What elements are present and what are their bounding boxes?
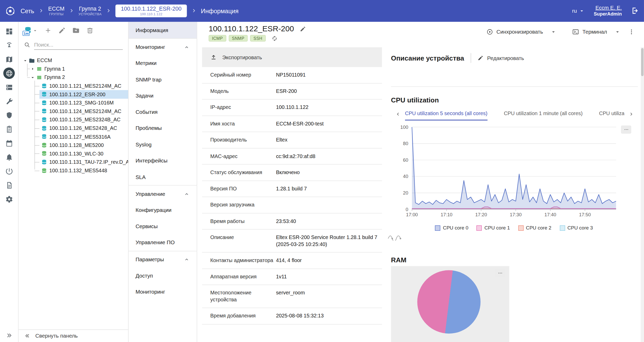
rail-dashboard-icon[interactable] <box>3 26 15 37</box>
rail-security-icon[interactable] <box>3 109 15 121</box>
tree-device[interactable]: 100.110.1.125_MES2324B_AC <box>19 116 128 124</box>
cpu-chart-menu-button[interactable] <box>621 125 631 134</box>
logout-icon[interactable] <box>631 7 639 15</box>
info-row: Аппаратная версия1v11 <box>202 269 382 285</box>
sync-dropdown-caret[interactable] <box>549 27 558 37</box>
breadcrumb-group-2[interactable]: Группа 2 УСТРОЙСТВА <box>79 6 102 16</box>
breadcrumb-device-selected[interactable]: 100.110.1.122_ESR-200 100.110.1.122 <box>115 5 187 17</box>
nav-item[interactable]: События <box>129 104 197 120</box>
breadcrumb-network[interactable]: Сеть <box>20 8 34 14</box>
legend-item[interactable]: CPU core 0 <box>435 225 468 231</box>
nav-item[interactable]: Интерфейсы <box>129 153 197 169</box>
nav-section-toggle[interactable]: Мониторинг <box>129 39 197 55</box>
legend-item[interactable]: CPU core 3 <box>560 225 593 231</box>
chart-tab[interactable]: CPU utilization <box>599 107 624 121</box>
legend-item[interactable]: CPU core 1 <box>477 225 510 231</box>
scrollbar-thumb[interactable] <box>641 48 644 76</box>
terminal-dropdown-caret[interactable] <box>613 27 622 37</box>
info-row: Местоположение устройстваserver_room <box>202 285 382 308</box>
trash-icon <box>86 27 94 34</box>
nav-item[interactable]: Метрики <box>129 55 197 71</box>
logs-icon <box>5 181 13 189</box>
legend-swatch <box>435 225 440 231</box>
info-label: MAC-адрес <box>210 153 276 160</box>
tree-device[interactable]: 100.110.1.123_SMG-1016M <box>19 99 128 107</box>
ram-pie-chart[interactable] <box>417 270 480 334</box>
tabs-prev-button[interactable] <box>395 107 401 121</box>
edit-title-button[interactable] <box>300 26 306 32</box>
chevron-right-icon <box>629 111 635 117</box>
nav-item[interactable]: Конфигурации <box>129 202 197 218</box>
rail-network-icon[interactable] <box>3 68 15 79</box>
nav-section-toggle[interactable]: Управление <box>129 185 197 202</box>
rail-logs-icon[interactable] <box>3 179 15 191</box>
delete-button[interactable] <box>86 27 94 34</box>
tree-device[interactable]: 100.110.1.122_ESR-200 <box>19 90 128 99</box>
app-logo-icon[interactable] <box>5 5 15 16</box>
rail-settings-icon[interactable] <box>3 193 15 205</box>
tree-device[interactable]: 100.110.1.132_MES5448 <box>19 166 128 175</box>
chart-tab[interactable]: CPU utilization 5 seconds (all cores) <box>405 107 487 121</box>
edit-button[interactable] <box>58 27 66 34</box>
nav-section-toggle[interactable]: Параметры <box>129 251 197 268</box>
chart-tab[interactable]: CPU utilization 1 minute (all cores) <box>504 107 583 121</box>
info-label: Серийный номер <box>210 72 276 78</box>
tree-node-group[interactable]: Группа 1 <box>19 65 128 73</box>
refresh-status-button[interactable] <box>271 35 278 41</box>
rail-notifications-icon[interactable] <box>3 151 15 163</box>
tree-device[interactable]: 100.110.1.131_TAU-72.IP_rev.D_AC <box>19 158 128 167</box>
rail-calendar-icon[interactable] <box>3 137 15 149</box>
add-button[interactable] <box>44 27 52 34</box>
rail-tools-icon[interactable] <box>3 95 15 107</box>
sync-button[interactable]: Синхронизировать <box>483 26 546 38</box>
info-label: Аппаратная версия <box>210 273 276 280</box>
language-select[interactable]: ru <box>572 8 585 14</box>
rail-devices-icon[interactable] <box>3 81 15 93</box>
legend-swatch <box>477 225 482 231</box>
nav-item[interactable]: Syslog <box>129 136 197 153</box>
tree-device[interactable]: 100.110.1.126_MES2428_AC <box>19 124 128 133</box>
tree-device[interactable]: 100.110.1.121_MES2124M_AC <box>19 82 128 90</box>
rail-sensor-icon[interactable] <box>3 40 15 51</box>
legend-item[interactable]: CPU core 2 <box>518 225 552 231</box>
rail-tasks-icon[interactable] <box>3 123 15 135</box>
tree-node-root[interactable]: ECCM <box>19 56 128 65</box>
export-button[interactable]: Экспортировать <box>202 47 382 67</box>
nav-item[interactable]: Информация <box>129 22 197 38</box>
nav-item[interactable]: Проблемы <box>129 120 197 136</box>
breadcrumb-groups[interactable]: ЕССМ ГРУППЫ <box>48 6 65 16</box>
info-row: Контакты администратора414, 4 floor <box>202 252 382 269</box>
collapse-panel-button[interactable]: Свернуть панель <box>19 329 128 342</box>
tabs-next-button[interactable] <box>629 107 635 121</box>
nav-item[interactable]: Сервисы <box>129 218 197 234</box>
nav-item[interactable]: Мониторинг <box>129 284 197 300</box>
nav-item[interactable]: SNMP trap <box>129 71 197 88</box>
edit-description-button[interactable]: Редактировать <box>478 55 524 61</box>
rail-power-icon[interactable] <box>3 165 15 177</box>
nav-item[interactable]: SLA <box>129 169 197 185</box>
tree-device[interactable]: 100.110.1.128_ME5200 <box>19 141 128 150</box>
expand-rail-button[interactable] <box>0 332 18 339</box>
cpu-utilization-chart[interactable]: 02040608010017:0017:1017:2017:3017:4017:… <box>385 124 638 219</box>
export-icon <box>210 54 217 60</box>
tree-device[interactable]: 100.110.1.130_WLC-30 <box>19 150 128 158</box>
tree-device[interactable]: 100.110.1.127_MES5316A <box>19 132 128 141</box>
rail-map-icon[interactable] <box>3 54 15 65</box>
info-value: 1v11 <box>276 273 287 280</box>
search-input[interactable] <box>34 40 123 50</box>
poll-interval-select[interactable]: 1m <box>24 26 38 35</box>
device-icon <box>41 117 47 123</box>
data-zoom-icon[interactable] <box>387 233 405 242</box>
tree-device[interactable]: 100.110.1.124_MES2124M_AC <box>19 107 128 116</box>
nav-item[interactable]: Управление ПО <box>129 234 197 251</box>
more-actions-button[interactable] <box>626 27 637 37</box>
ram-chart-menu-button[interactable] <box>495 269 505 277</box>
nav-item[interactable]: Доступ <box>129 267 197 284</box>
tree-toolbar: 1m <box>19 22 128 39</box>
nav-item[interactable]: Задачи <box>129 88 197 104</box>
tree-node-group[interactable]: Группа 2 <box>19 73 128 82</box>
move-to-group-button[interactable] <box>72 27 80 34</box>
user-menu[interactable]: Eccm E. E. SuperAdmin <box>594 4 622 18</box>
terminal-button[interactable]: Терминал <box>569 26 610 38</box>
scrollbar[interactable] <box>641 47 644 342</box>
